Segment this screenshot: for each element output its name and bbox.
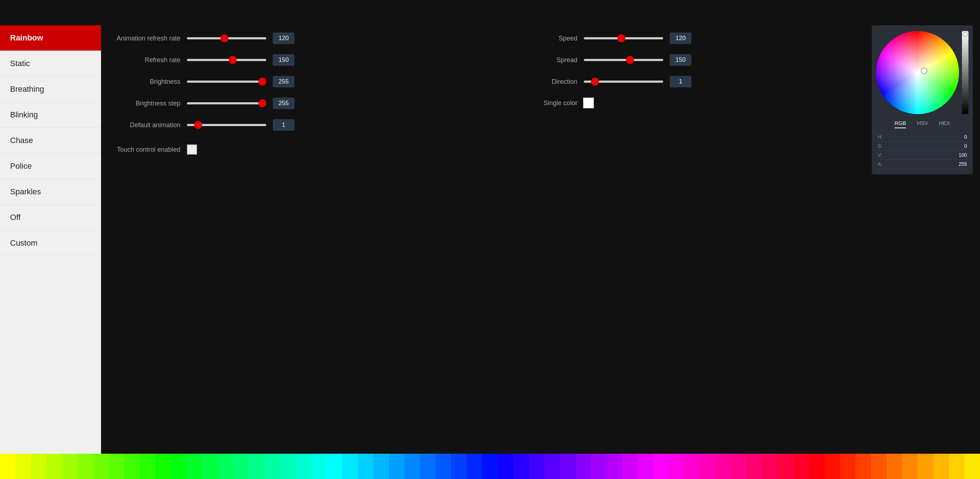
rainbow-segment-45 (700, 454, 716, 479)
control-row-speed: Speed120 (512, 32, 854, 44)
slider-value-animation-refresh-rate: 120 (273, 32, 294, 44)
color-value-val: 0 (964, 134, 967, 140)
rainbow-segment-19 (296, 454, 311, 479)
rainbow-segment-38 (591, 454, 606, 479)
rainbow-segment-5 (78, 454, 94, 479)
rainbow-segment-59 (918, 454, 933, 479)
color-value-val: 0 (964, 143, 967, 149)
single-color-swatch[interactable] (583, 97, 594, 109)
slider-speed[interactable] (584, 37, 663, 39)
rainbow-segment-21 (326, 454, 342, 479)
color-picker-panel: RGBHSVHEX H:0S:0V:100A:255 (872, 25, 973, 174)
rainbow-segment-60 (934, 454, 949, 479)
slider-brightness[interactable] (187, 81, 266, 83)
color-value-key: V: (878, 152, 882, 158)
slider-value-brightness: 255 (273, 76, 294, 88)
color-value-key: A: (878, 161, 882, 167)
touch-control-checkbox[interactable] (187, 144, 197, 155)
slider-animation-refresh-rate[interactable] (187, 37, 266, 39)
sidebar-item-blinking[interactable]: Blinking (0, 102, 101, 128)
controls-left: Animation refresh rate120Refresh rate150… (116, 32, 491, 155)
rainbow-segment-51 (794, 454, 809, 479)
rainbow-segment-20 (311, 454, 326, 479)
color-tab-rgb[interactable]: RGB (894, 118, 907, 128)
rainbow-segment-47 (731, 454, 746, 479)
control-label-speed: Speed (512, 35, 578, 42)
rainbow-segment-36 (560, 454, 576, 479)
color-value-val: 100 (959, 152, 967, 158)
slider-value-speed: 120 (670, 32, 691, 44)
single-color-label: Single color (512, 99, 578, 107)
slider-value-spread: 150 (670, 54, 691, 66)
rainbow-segment-57 (886, 454, 902, 479)
color-wheel-dot (921, 68, 927, 73)
color-tab-hsv[interactable]: HSV (917, 118, 928, 128)
rainbow-segment-55 (856, 454, 871, 479)
slider-value-default-animation: 1 (273, 119, 294, 131)
sidebar-item-chase[interactable]: Chase (0, 128, 101, 153)
rainbow-segment-24 (374, 454, 389, 479)
slider-spread[interactable] (584, 59, 663, 61)
rainbow-segment-23 (358, 454, 374, 479)
rainbow-segment-41 (638, 454, 653, 479)
rainbow-segment-33 (514, 454, 529, 479)
rainbow-segment-52 (809, 454, 824, 479)
color-wheel[interactable] (876, 31, 959, 114)
rainbow-segment-35 (544, 454, 560, 479)
rainbow-segment-44 (684, 454, 700, 479)
rainbow-segment-11 (171, 454, 186, 479)
rainbow-segment-54 (840, 454, 856, 479)
control-row-refresh-rate: Refresh rate150 (116, 54, 491, 66)
rainbow-segment-13 (202, 454, 218, 479)
rainbow-segment-8 (124, 454, 140, 479)
sidebar-item-off[interactable]: Off (0, 205, 101, 230)
rainbow-segment-17 (264, 454, 280, 479)
color-tab-hex[interactable]: HEX (939, 118, 950, 128)
control-label-animation-refresh-rate: Animation refresh rate (116, 35, 180, 42)
rainbow-segment-29 (451, 454, 466, 479)
sidebar-item-sparkles[interactable]: Sparkles (0, 179, 101, 205)
touch-control-label: Touch control enabled (116, 146, 180, 153)
touch-control-row: Touch control enabled (116, 144, 491, 155)
color-value-row-s: S:0 (878, 142, 967, 151)
rainbow-segment-1 (16, 454, 31, 479)
rainbow-segment-6 (94, 454, 109, 479)
slider-value-brightness-step: 255 (273, 97, 294, 109)
slider-brightness-step[interactable] (187, 102, 266, 104)
slider-refresh-rate[interactable] (187, 59, 266, 61)
control-row-brightness-step: Brightness step255 (116, 97, 491, 109)
page-title (0, 0, 980, 25)
rainbow-segment-12 (186, 454, 202, 479)
single-color-row: Single color (512, 97, 854, 109)
sidebar-item-breathing[interactable]: Breathing (0, 77, 101, 102)
control-label-default-animation: Default animation (116, 121, 180, 129)
color-value-key: S: (878, 143, 882, 149)
rainbow-segment-48 (746, 454, 762, 479)
sidebar-item-rainbow[interactable]: Rainbow (0, 25, 101, 51)
rainbow-segment-9 (140, 454, 156, 479)
brightness-bar[interactable] (962, 31, 969, 114)
rainbow-segment-43 (669, 454, 684, 479)
control-label-brightness-step: Brightness step (116, 100, 180, 107)
color-values: H:0S:0V:100A:255 (878, 133, 967, 169)
brightness-dot (963, 32, 968, 37)
sidebar-item-police[interactable]: Police (0, 153, 101, 179)
color-value-val: 255 (959, 161, 967, 167)
rainbow-segment-16 (249, 454, 264, 479)
rainbow-bar (0, 454, 980, 479)
control-label-spread: Spread (512, 56, 578, 64)
color-value-row-a: A:255 (878, 160, 967, 169)
control-row-animation-refresh-rate: Animation refresh rate120 (116, 32, 491, 44)
control-label-refresh-rate: Refresh rate (116, 56, 180, 64)
sidebar-item-custom[interactable]: Custom (0, 230, 101, 256)
rainbow-segment-56 (871, 454, 886, 479)
slider-value-refresh-rate: 150 (273, 54, 294, 66)
controls-area: Animation refresh rate120Refresh rate150… (101, 25, 868, 454)
slider-value-direction: 1 (670, 76, 691, 88)
slider-default-animation[interactable] (187, 124, 266, 126)
sidebar-item-static[interactable]: Static (0, 51, 101, 77)
slider-direction[interactable] (584, 81, 663, 83)
rainbow-segment-62 (964, 454, 980, 479)
rainbow-segment-7 (109, 454, 124, 479)
rainbow-segment-46 (716, 454, 731, 479)
